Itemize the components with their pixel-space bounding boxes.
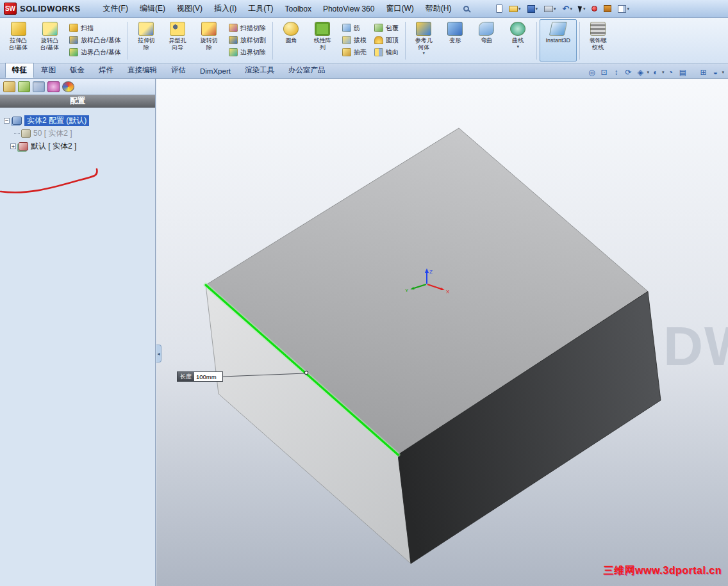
extruded-boss-base-button[interactable]: 拉伸凸 台/基体 [3,19,34,61]
search-icon[interactable] [463,6,469,12]
tab-render-tools[interactable]: 渲染工具 [238,63,281,78]
extruded-cut-button[interactable]: 拉伸切 除 [131,19,162,61]
menu-view[interactable]: 视图(V) [171,1,208,17]
deform-icon [447,22,463,36]
tab-sheet-metal[interactable]: 钣金 [63,63,92,78]
propertymanager-tab[interactable] [18,81,30,92]
revolved-cut-label: 旋转切 除 [201,37,218,51]
wrap-button[interactable]: 包覆 [372,22,401,33]
view-orientation-icon[interactable]: ◈ [634,67,646,77]
zoom-area-icon[interactable]: ⊡ [598,67,609,77]
chevron-down-icon: ▾ [518,6,521,11]
curves-button[interactable]: 曲线 ▾ [502,19,534,61]
deform-button[interactable]: 变形 [440,19,471,61]
menu-file[interactable]: 文件(F) [97,1,134,17]
panel-splitter-handle[interactable]: ◂ [156,345,161,362]
lofted-cut-icon [229,36,238,44]
featuremanager-tab[interactable] [3,81,15,92]
zoom-in-out-icon[interactable]: ↕ [610,67,622,77]
draft-button[interactable]: 拔模 [340,35,369,45]
display-style-icon[interactable]: ◐ [650,67,661,77]
menu-tools[interactable]: 工具(T) [242,1,279,17]
swept-cut-icon [229,24,238,32]
flex-button[interactable]: 弯曲 [471,19,502,61]
boundary-boss-icon [69,48,78,56]
tab-evaluate[interactable]: 评估 [164,63,193,78]
menu-toolbox[interactable]: Toolbox [279,2,317,16]
revolved-cut-button[interactable]: 旋转切 除 [194,19,225,61]
site-watermark: 三维网www.3dportal.cn [604,564,722,578]
active-config-icon [19,142,28,151]
reference-geometry-button[interactable]: 参考几 何体 ▾ [408,19,440,61]
dimension-value-input[interactable] [194,372,222,381]
tab-dimxpert[interactable]: DimXpert [193,65,238,78]
tab-sketch[interactable]: 草图 [34,63,63,78]
rib-icon [342,24,351,32]
swept-cut-button[interactable]: 扫描切除 [226,22,269,33]
open-button[interactable]: ▾ [506,4,524,14]
features-small-column-1: 筋 拔模 抽壳 [338,19,370,58]
chevron-down-icon: ▾ [722,70,724,74]
boundary-cut-button[interactable]: 边界切除 [226,47,269,58]
thread-group: 装饰螺 纹线 [581,19,615,62]
linear-pattern-button[interactable]: 线性阵 列 [307,19,338,61]
lofted-cut-label: 放样切割 [240,36,266,45]
triad-z-label: Z [429,269,433,275]
hide-show-items-icon[interactable]: ⊞ [697,67,709,77]
edit-appearance-icon[interactable]: ◔ [665,67,676,77]
lofted-boss-base-button[interactable]: 放样凸台/基体 [67,35,124,45]
dimxpertmanager-tab[interactable] [47,81,60,92]
config-root-item[interactable]: 实体2 配置 (默认) [24,115,89,126]
task-pane-button[interactable]: ▾ [615,3,632,15]
tab-office-products[interactable]: 办公室产品 [281,63,333,78]
menu-window[interactable]: 窗口(W) [380,1,419,17]
fillet-button[interactable]: 圆角 [276,19,307,61]
expand-icon[interactable]: + [10,143,16,149]
tab-features[interactable]: 特征 [5,63,34,78]
instant3d-button[interactable]: Instant3D [540,19,577,61]
collapse-icon[interactable]: − [4,118,10,124]
swept-boss-button[interactable]: 扫描 [67,22,124,33]
tab-direct-editing[interactable]: 直接编辑 [120,63,164,78]
ribbon-separator [405,22,406,60]
undo-button[interactable]: ↶▾ [560,3,575,15]
lofted-cut-button[interactable]: 放样切割 [226,35,269,45]
cut-small-column: 扫描切除 放样切割 边界切除 [225,19,270,58]
menu-photoview360[interactable]: PhotoView 360 [317,2,381,16]
config-dimension-item[interactable]: 50 [ 实体2 ] [33,128,72,139]
tab-weldments[interactable]: 焊件 [92,63,120,78]
revolved-boss-base-button[interactable]: 旋转凸 台/基体 [34,19,65,61]
cosmetic-thread-button[interactable]: 装饰螺 纹线 [583,19,614,61]
ribbon-separator [272,22,273,60]
reference-geometry-label: 参考几 何体 [415,37,433,51]
tree-row-root: − 实体2 配置 (默认) [0,114,155,127]
record-macro-button[interactable] [589,4,600,13]
boundary-boss-base-button[interactable]: 边界凸台/基体 [67,47,124,58]
displaymanager-tab[interactable] [62,81,74,92]
boundary-boss-label: 边界凸台/基体 [81,48,121,57]
new-document-button[interactable] [493,3,505,15]
hole-wizard-button[interactable]: 异型孔 向导 [162,19,194,61]
heads-up-view-toolbar: ◎ ⊡ ↕ ⟳ ◈ ▾ ◐ ▾ ◔ ▤ ⊞ ◒ ▾ [586,67,724,77]
dome-button[interactable]: 圆顶 [372,35,401,45]
zoom-fit-icon[interactable]: ◎ [586,67,597,77]
menu-insert[interactable]: 插入(I) [208,1,242,17]
dimension-attach-point[interactable] [304,371,308,374]
help-button[interactable] [601,3,614,14]
configurationmanager-tab[interactable] [33,81,45,92]
apply-scene-icon[interactable]: ▤ [677,67,688,77]
config-default-item[interactable]: 默认 [ 实体2 ] [31,141,76,152]
rotate-view-icon[interactable]: ⟳ [622,67,634,77]
view-settings-icon[interactable]: ◒ [709,67,721,77]
extruded-boss-label: 拉伸凸 台/基体 [9,37,28,51]
menu-help[interactable]: 帮助(H) [420,1,458,17]
print-button[interactable]: ▾ [542,4,559,14]
save-button[interactable]: ▾ [525,3,541,15]
rib-button[interactable]: 筋 [340,22,369,33]
menu-edit[interactable]: 编辑(E) [134,1,171,17]
fillet-icon [283,22,299,36]
app-brand: SOLIDWORKS [20,4,81,13]
mirror-button[interactable]: 镜向 [372,47,401,58]
select-button[interactable]: ▾ [576,3,588,14]
shell-button[interactable]: 抽壳 [340,47,369,58]
